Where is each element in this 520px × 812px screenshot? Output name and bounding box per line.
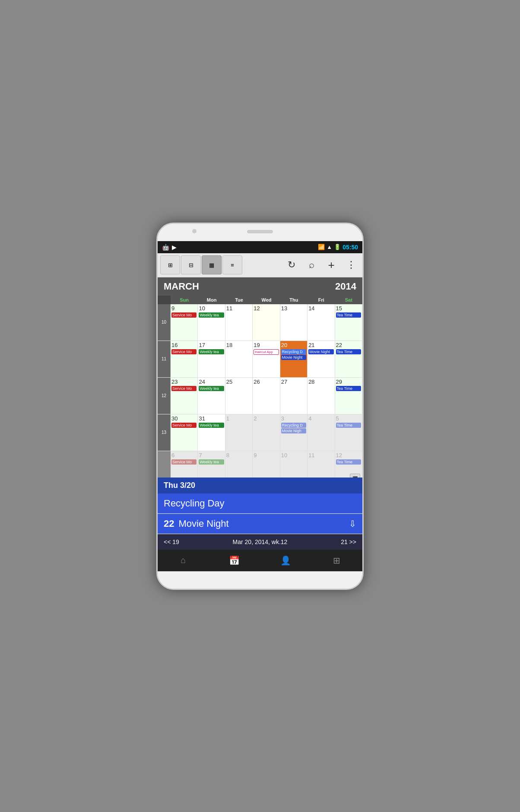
day-25[interactable]: 25 [225,378,253,414]
day-23-number: 23 [171,379,197,385]
year-view-button[interactable]: ⊞ [160,255,180,274]
day-10-number: 10 [199,305,224,312]
day-23[interactable]: 23 Service Mo [171,378,198,414]
day-apr-1[interactable]: 1 [225,414,253,451]
movie-night-title: Movie Night [178,518,349,529]
weekly-apr7[interactable]: Weekly tea [199,459,224,465]
day-31[interactable]: 31 Weekly tea [198,414,225,451]
day-14[interactable]: 14 [308,304,335,341]
nav-home[interactable]: ⌂ [172,552,194,569]
day-apr-2[interactable]: 2 [253,414,280,451]
day-18[interactable]: 18 [225,341,253,377]
bottom-prev[interactable]: << 19 [164,538,179,545]
tuesday-header: Tue [225,296,253,304]
day-21[interactable]: 21 Movie Night [308,341,335,377]
refresh-button[interactable]: ↻ [283,256,300,274]
day-apr-12[interactable]: 12 Tea Time ⬛ [335,451,362,478]
movienigh-apr3[interactable]: Movie Nigh [281,428,306,433]
day-apr-3-number: 3 [281,415,306,422]
recycling-apr3[interactable]: Recycling D [281,423,306,428]
day-apr-11[interactable]: 11 [308,451,335,478]
day-apr-9[interactable]: 9 [253,451,280,478]
nav-person[interactable]: 👤 [275,552,296,569]
day-15[interactable]: 15 Tea Time [335,304,362,341]
movie-night-event[interactable]: 22 Movie Night ⇩ [158,514,362,534]
day-14-number: 14 [308,305,333,312]
status-bar: 🤖 ▶ 📶 ▲ 🔋 05:50 [158,241,362,253]
movie-night-21[interactable]: Movie Night [308,349,333,354]
week-13-num: 13 [158,414,171,451]
scroll-button[interactable]: ⬛ [350,474,360,478]
teatime-29[interactable]: Tea Time [336,386,361,391]
weekly-tea-31[interactable]: Weekly tea [199,423,224,428]
day-20-number: 20 [281,342,306,348]
day-30[interactable]: 30 Service Mo [171,414,198,451]
teatime-apr5[interactable]: Tea Time [336,423,361,428]
weekly-tea-10[interactable]: Weekly tea [199,312,224,318]
nav-apps[interactable]: ⊞ [326,552,348,569]
day-29[interactable]: 29 Tea Time [335,378,362,414]
day-apr-7[interactable]: 7 Weekly tea [198,451,225,478]
week-num-header [158,296,171,304]
recycling-20[interactable]: Recycling D [281,349,306,354]
nav-calendar[interactable]: 📅 [224,552,245,569]
monday-header: Mon [198,296,225,304]
bottom-bar: << 19 Mar 20, 2014, wk.12 21 >> [158,534,362,550]
day-apr-4[interactable]: 4 [308,414,335,451]
service-mo-30[interactable]: Service Mo [171,423,197,428]
day-apr-5[interactable]: 5 Tea Time [335,414,362,451]
toolbar-actions: ↻ ⌕ + ⋮ [283,256,360,274]
add-event-button[interactable]: + [323,256,340,274]
phone-speaker [247,230,273,233]
service-mo-16[interactable]: Service Mo [171,349,197,354]
play-icon: ▶ [172,244,177,251]
list-view-button[interactable]: ≡ [222,255,242,274]
week-11-num: 11 [158,341,171,377]
weekly-tea-17[interactable]: Weekly tea [199,349,224,354]
service-mo-23[interactable]: Service Mo [171,386,197,391]
day-27[interactable]: 27 [280,378,308,414]
day-28[interactable]: 28 [308,378,335,414]
day-20[interactable]: 20 Recycling D Movie Night [280,341,308,377]
overflow-menu-button[interactable]: ⋮ [342,256,360,274]
service-mo-event-9[interactable]: Service Mo [171,312,197,318]
day-9[interactable]: 9 Service Mo [171,304,198,341]
day-18-number: 18 [226,342,251,348]
day-apr-8[interactable]: 8 [225,451,253,478]
day-30-number: 30 [171,415,197,422]
bottom-next[interactable]: 21 >> [341,538,356,545]
haircut-19[interactable]: Haircut App [254,349,279,355]
day-apr-10[interactable]: 10 [280,451,308,478]
calendar-month: MARCH [164,281,199,292]
teatime-15[interactable]: Tea Time [336,312,361,318]
day-28-number: 28 [308,379,333,385]
status-left-icons: 🤖 ▶ [162,244,177,251]
day-13[interactable]: 13 [280,304,308,341]
day-26[interactable]: 26 [253,378,280,414]
day-apr-6[interactable]: 6 Service Mo [171,451,198,478]
day-17[interactable]: 17 Weekly tea [198,341,225,377]
recycling-day-title: Recycling Day [164,498,356,509]
teatime-22[interactable]: Tea Time [336,349,361,354]
calendar-year: 2014 [335,281,356,292]
search-button[interactable]: ⌕ [303,256,320,274]
recycling-day-event[interactable]: Recycling Day [158,494,362,514]
saturday-header: Sat [335,296,362,304]
day-29-number: 29 [336,379,361,385]
day-10[interactable]: 10 Weekly tea [198,304,225,341]
phone-top-bar [158,224,362,241]
day-26-number: 26 [254,379,279,385]
movie-night-20[interactable]: Movie Night [281,355,306,360]
day-16[interactable]: 16 Service Mo [171,341,198,377]
day-19[interactable]: 19 Haircut App [253,341,280,377]
weekly-tea-24[interactable]: Weekly tea [199,386,224,391]
day-12[interactable]: 12 [253,304,280,341]
day-22[interactable]: 22 Tea Time [335,341,362,377]
teatime-apr12[interactable]: Tea Time [336,459,361,465]
service-apr6[interactable]: Service Mo [171,459,197,465]
month2-view-button[interactable]: ⊟ [181,255,201,274]
day-11[interactable]: 11 [225,304,253,341]
month-view-button[interactable]: ▦ [202,255,222,274]
day-24[interactable]: 24 Weekly tea [198,378,225,414]
day-apr-3[interactable]: 3 Recycling D Movie Nigh [280,414,308,451]
